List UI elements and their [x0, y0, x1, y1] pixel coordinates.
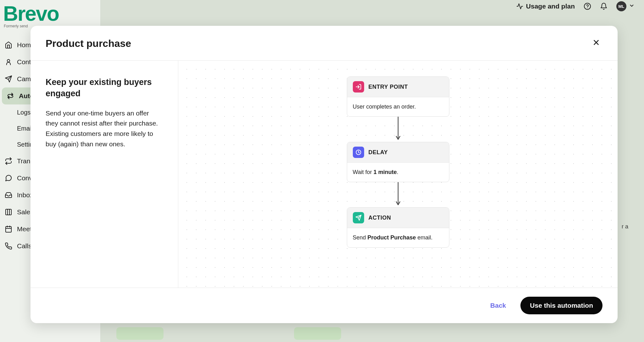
calendar-icon [4, 225, 13, 233]
sidebar-item-label: Calls [17, 242, 32, 250]
left-heading: Keep your existing buyers engaged [46, 76, 163, 99]
bell-icon[interactable] [600, 3, 608, 10]
user-menu[interactable]: ML [616, 1, 635, 11]
flow-entry-card: ENTRY POINT User completes an order. [347, 76, 449, 117]
close-icon [592, 38, 600, 49]
refresh-icon [4, 157, 13, 165]
entry-icon [353, 81, 364, 93]
flow-arrow [395, 117, 401, 142]
user-icon [4, 58, 13, 66]
phone-icon [4, 242, 13, 250]
delay-label: DELAY [369, 149, 388, 156]
usage-plan-label: Usage and plan [526, 3, 575, 10]
help-icon[interactable] [584, 3, 591, 10]
sidebar-item-label: Logs [17, 109, 31, 116]
entry-text: User completes an order. [347, 97, 449, 116]
logo-text: Brevo [3, 3, 97, 24]
svg-rect-8 [6, 227, 11, 232]
bg-text: r a [622, 223, 628, 230]
layout-icon [4, 208, 13, 216]
modal-header: Product purchase [31, 26, 618, 61]
flow-delay-card: DELAY Wait for 1 minute. [347, 142, 449, 182]
modal-footer: Back Use this automation [31, 288, 618, 323]
back-button[interactable]: Back [485, 297, 512, 314]
svg-rect-5 [6, 209, 11, 215]
left-description: Send your one-time buyers an offer they … [46, 108, 163, 149]
modal-left-panel: Keep your existing buyers engaged Send y… [31, 61, 178, 288]
use-automation-button[interactable]: Use this automation [520, 297, 602, 314]
inbox-icon [4, 191, 13, 199]
automation-icon [6, 92, 14, 100]
action-label: ACTION [369, 215, 391, 221]
home-icon [4, 41, 13, 49]
send-icon [353, 212, 364, 223]
chevron-down-icon [629, 3, 635, 10]
close-button[interactable] [590, 37, 602, 50]
topbar: Usage and plan ML [516, 0, 644, 13]
svg-point-2 [7, 59, 10, 62]
clock-icon [353, 147, 364, 158]
chat-icon [4, 174, 13, 182]
activity-icon [516, 3, 524, 10]
avatar: ML [616, 1, 626, 11]
entry-label: ENTRY POINT [369, 84, 408, 90]
delay-text: Wait for 1 minute. [347, 163, 449, 182]
modal-title: Product purchase [46, 38, 131, 49]
automation-template-modal: Product purchase Keep your existing buye… [31, 26, 618, 323]
action-text: Send Product Purchase email. [347, 228, 449, 247]
flow-arrow [395, 182, 401, 207]
send-icon [4, 75, 13, 83]
usage-plan-link[interactable]: Usage and plan [516, 3, 575, 10]
flow-canvas: ENTRY POINT User completes an order. DEL… [178, 61, 618, 288]
flow-action-card: ACTION Send Product Purchase email. [347, 207, 449, 248]
